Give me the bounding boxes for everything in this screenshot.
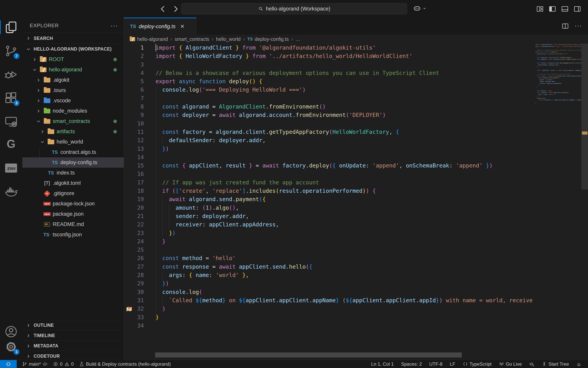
- code-line-23[interactable]: 23 }): [124, 229, 535, 237]
- layout-panel-icon[interactable]: [561, 5, 569, 13]
- code-line-15[interactable]: 15 const { appClient, result } = await f…: [124, 161, 535, 170]
- tree-item-hello-algorand[interactable]: hello-algorand: [22, 64, 124, 75]
- breadcrumb-item[interactable]: hello-algorand: [130, 36, 168, 42]
- tree-item-smart-contracts[interactable]: smart_contracts: [22, 116, 124, 126]
- activity-item-source-control[interactable]: 7: [4, 44, 18, 58]
- status-task[interactable]: Build & Deploy contracts (hello-algorand…: [79, 361, 171, 367]
- code-line-30[interactable]: 30 console.log(: [124, 288, 535, 296]
- tree-item-contract-algo-ts[interactable]: TScontract.algo.ts: [22, 147, 124, 157]
- tree-item--vscode[interactable]: .vscode: [22, 95, 124, 106]
- tree-item--algokit[interactable]: .algokit: [22, 75, 124, 85]
- breadcrumb-item[interactable]: …: [296, 36, 300, 42]
- section-timeline[interactable]: TIMELINE: [22, 330, 124, 341]
- minimap[interactable]: import { AlgorandClient } from '@algoran…: [535, 44, 581, 339]
- layout-sidebar-icon[interactable]: [548, 5, 557, 13]
- nav-back-icon[interactable]: [158, 5, 167, 13]
- code-line-12[interactable]: 12 defaultSender: deployer.addr,: [124, 136, 535, 145]
- code-line-33[interactable]: 33}: [124, 313, 535, 322]
- status-language[interactable]: TypeScript: [463, 361, 492, 367]
- section-search[interactable]: SEARCH: [22, 33, 124, 44]
- status-problems[interactable]: 00: [53, 361, 74, 367]
- code-line-9[interactable]: 9 const deployer = await algorand.accoun…: [124, 111, 535, 119]
- code-line-19[interactable]: 19 await algorand.send.payment({: [124, 195, 535, 203]
- status-encoding[interactable]: UTF-8: [429, 361, 443, 367]
- tree-item-readme-md[interactable]: M↓README.md: [22, 219, 124, 230]
- status-cursor-position[interactable]: Ln 1, Col 1: [371, 361, 394, 367]
- status-copilot-status[interactable]: [529, 362, 534, 367]
- code-line-10[interactable]: 10: [124, 120, 535, 128]
- code-line-21[interactable]: 21 sender: deployer.addr,: [124, 212, 535, 220]
- status-indentation[interactable]: Spaces: 2: [401, 361, 422, 367]
- codetour-map-marker-icon[interactable]: [126, 305, 133, 313]
- code-line-32[interactable]: 32 ): [124, 304, 535, 313]
- section-outline[interactable]: OUTLINE: [22, 320, 124, 331]
- code-line-25[interactable]: 25: [124, 246, 535, 254]
- breadcrumb-item[interactable]: TSdeploy-config.ts: [247, 36, 289, 42]
- tree-item-index-ts[interactable]: TSindex.ts: [22, 168, 124, 178]
- tree-item-package-lock-json[interactable]: npmpackage-lock.json: [22, 199, 124, 209]
- tree-item--algokit-toml[interactable]: [T].algokit.toml: [22, 178, 124, 188]
- tree-item-tsconfig-json[interactable]: TStsconfig.json: [22, 230, 124, 240]
- tree-item-artifacts[interactable]: artifacts: [22, 126, 124, 137]
- code-line-1[interactable]: 1import { AlgorandClient } from '@algora…: [124, 44, 535, 52]
- breadcrumb-item[interactable]: hello_world: [216, 36, 241, 42]
- breadcrumb-item[interactable]: smart_contracts: [175, 36, 209, 42]
- code-line-13[interactable]: 13 }): [124, 145, 535, 153]
- layout-grid-icon[interactable]: [536, 5, 544, 13]
- code-line-6[interactable]: 6 console.log('=== Deploying HelloWorld …: [124, 86, 535, 94]
- code-line-26[interactable]: 26 const method = 'hello': [124, 254, 535, 262]
- tree-item-node-modules[interactable]: node_modules: [22, 106, 124, 116]
- code-line-3[interactable]: 3: [124, 61, 535, 69]
- workspace-header[interactable]: HELLO-ALGORAND (WORKSPACE): [22, 44, 124, 55]
- activity-item-settings[interactable]: 1: [4, 340, 18, 354]
- code-line-20[interactable]: 20 amount: (1).algo(),: [124, 204, 535, 212]
- code-line-8[interactable]: 8 const algorand = AlgorandClient.fromEn…: [124, 102, 535, 111]
- status-eol[interactable]: LF: [450, 361, 455, 367]
- code-line-24[interactable]: 24 }: [124, 237, 535, 246]
- activity-item-gitlens[interactable]: G: [4, 138, 18, 151]
- activity-item-dotenv[interactable]: .ENV: [4, 161, 18, 175]
- activity-item-remote-explorer[interactable]: [4, 115, 18, 129]
- code-line-27[interactable]: 27 const response = await appClient.send…: [124, 263, 535, 271]
- command-center-search[interactable]: hello-algorand (Workspace): [181, 3, 407, 14]
- split-editor-icon[interactable]: [561, 22, 569, 30]
- editor-more-actions-icon[interactable]: ···: [575, 22, 582, 30]
- tree-item--tours[interactable]: .tours: [22, 85, 124, 95]
- activity-item-docker[interactable]: [4, 185, 18, 199]
- nav-forward-icon[interactable]: [172, 5, 180, 13]
- code-line-31[interactable]: 31 `Called ${method} on ${appClient.appC…: [124, 296, 535, 304]
- tree-item-package-json[interactable]: npmpackage.json: [22, 209, 124, 219]
- status-notifications[interactable]: [576, 362, 581, 367]
- tab-deploy-config[interactable]: TS deploy-config.ts ✕: [124, 18, 196, 35]
- horizontal-scrollbar[interactable]: [155, 352, 462, 358]
- code-line-2[interactable]: 2import { HelloWorldFactory } from '../a…: [124, 52, 535, 60]
- tree-item-hello-world[interactable]: hello_world: [22, 137, 124, 147]
- status-git-branch[interactable]: main*: [22, 361, 48, 367]
- code-line-14[interactable]: 14: [124, 153, 535, 161]
- activity-item-run-debug[interactable]: [4, 68, 18, 81]
- code-line-11[interactable]: 11 const factory = algorand.client.getTy…: [124, 128, 535, 136]
- layout-right-icon[interactable]: [573, 5, 581, 13]
- tree-item--gitignore[interactable]: .gitignore: [22, 188, 124, 199]
- more-actions-icon[interactable]: ···: [110, 22, 118, 29]
- tree-item-deploy-config-ts[interactable]: TSdeploy-config.ts: [22, 157, 124, 168]
- activity-item-accounts[interactable]: [4, 325, 18, 339]
- breadcrumb[interactable]: hello-algorand›smart_contracts›hello_wor…: [124, 35, 588, 44]
- status-go-live[interactable]: Go Live: [499, 361, 522, 367]
- section-metadata[interactable]: METADATA: [22, 340, 124, 351]
- code-line-7[interactable]: 7: [124, 94, 535, 102]
- activity-item-extensions[interactable]: 3: [4, 91, 18, 105]
- code-area[interactable]: 1import { AlgorandClient } from '@algora…: [124, 44, 535, 352]
- status-start-tree[interactable]: Start Tree: [542, 361, 569, 367]
- close-icon[interactable]: ✕: [180, 23, 185, 29]
- code-line-17[interactable]: 17 // If app was just created fund the a…: [124, 178, 535, 187]
- code-line-22[interactable]: 22 receiver: appClient.appAddress,: [124, 220, 535, 229]
- copilot-menu-button[interactable]: [413, 4, 427, 12]
- vertical-scrollbar[interactable]: [581, 44, 588, 189]
- code-line-5[interactable]: 5export async function deploy() {: [124, 77, 535, 86]
- code-line-18[interactable]: 18 if (['create', 'replace'].includes(re…: [124, 187, 535, 195]
- code-line-29[interactable]: 29 }): [124, 279, 535, 288]
- code-line-34[interactable]: 34: [124, 322, 535, 330]
- code-line-28[interactable]: 28 args: { name: 'world' },: [124, 271, 535, 279]
- remote-indicator[interactable]: [0, 360, 17, 368]
